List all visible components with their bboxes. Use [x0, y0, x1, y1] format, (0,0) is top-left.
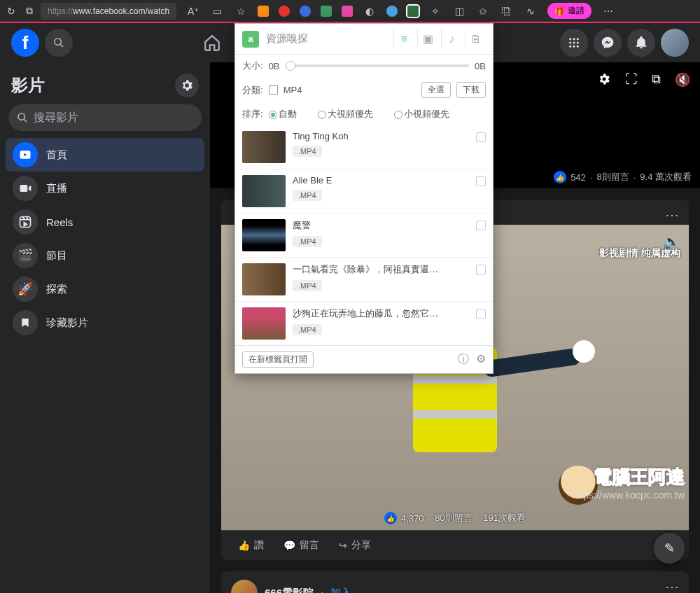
list-item[interactable]: Ting Ting Koh.MP4: [235, 125, 493, 169]
ext-gray-icon[interactable]: ◐: [363, 1, 377, 22]
more-icon[interactable]: ⋯: [601, 1, 615, 22]
video-settings-icon[interactable]: [597, 72, 611, 88]
pip-icon[interactable]: ⧉: [652, 72, 661, 88]
select-all-button[interactable]: 全選: [421, 82, 451, 98]
star-icon[interactable]: ☆: [234, 1, 248, 22]
info-icon[interactable]: ⓘ: [458, 352, 469, 367]
sort-label: 排序:: [242, 108, 263, 120]
list-item[interactable]: 沙狗正在玩弄地上的藤瓜，忽然它察覺....MP4: [235, 302, 493, 345]
ext-red-icon[interactable]: [279, 6, 290, 17]
post-menu-icon[interactable]: ⋯: [665, 207, 679, 223]
sidebar-search[interactable]: 搜尋影片: [8, 104, 202, 131]
svg-point-2: [573, 38, 575, 40]
tab-doc[interactable]: 🗎: [465, 29, 486, 49]
fullscreen-icon[interactable]: ⛶: [625, 72, 638, 88]
collections-icon[interactable]: ⿻: [500, 1, 514, 22]
thumbnail: [242, 219, 286, 251]
svg-point-5: [573, 42, 575, 44]
sidebar-icon[interactable]: ◫: [452, 1, 466, 22]
sort-auto-radio[interactable]: 自動: [269, 108, 297, 120]
thumbnail: [242, 307, 286, 340]
share-button[interactable]: ↪ 分享: [330, 535, 379, 556]
svg-point-3: [577, 38, 579, 40]
url-text: www.facebook.com/watch: [73, 6, 169, 16]
hd-icon[interactable]: ▭: [210, 1, 224, 22]
profile-avatar[interactable]: [661, 29, 689, 57]
item-checkbox[interactable]: [476, 221, 486, 230]
home-icon[interactable]: [203, 34, 221, 52]
compose-fab[interactable]: ✎: [654, 533, 685, 564]
performance-icon[interactable]: ∿: [524, 1, 538, 22]
sidebar-item-home[interactable]: 首頁: [6, 138, 204, 172]
open-new-tab-button[interactable]: 在新標籤頁打開: [242, 351, 314, 368]
post-menu-icon[interactable]: ⋯: [665, 578, 679, 593]
item-checkbox[interactable]: [476, 265, 486, 274]
sidebar-item-label: 首頁: [46, 148, 67, 162]
list-item[interactable]: 一口氣看完《除暴》，阿祖真實還原湖....MP4: [235, 258, 493, 302]
fb-search-button[interactable]: [45, 29, 73, 57]
size-label: 大小:: [242, 60, 263, 72]
item-checkbox[interactable]: [476, 132, 486, 142]
volume-icon[interactable]: 🔇: [675, 72, 690, 88]
sidebar-item-live[interactable]: 直播: [6, 172, 204, 205]
thumbnail: [242, 131, 286, 163]
facebook-logo[interactable]: f: [11, 29, 39, 57]
volume-icon[interactable]: 🔊: [663, 233, 680, 250]
sort-small-radio[interactable]: 小視頻優先: [394, 108, 449, 120]
resource-list: Ting Ting Koh.MP4 Alie Ble E.MP4 魔警.MP4 …: [235, 125, 493, 345]
site-info-icon[interactable]: ⧉: [22, 1, 36, 22]
list-item[interactable]: 魔警.MP4: [235, 214, 493, 258]
ext-logo-icon: a: [242, 31, 259, 48]
ext-green-icon[interactable]: [321, 6, 332, 17]
comment-button[interactable]: 💬 留言: [275, 535, 328, 556]
tab-video[interactable]: ▣: [417, 29, 438, 49]
extensions-icon[interactable]: ✧: [428, 1, 442, 22]
format-badge: .MP4: [293, 324, 322, 335]
tab-all[interactable]: ≡: [393, 29, 414, 49]
item-title: 沙狗正在玩弄地上的藤瓜，忽然它察覺...: [293, 307, 447, 320]
download-button[interactable]: 下載: [456, 82, 486, 98]
video-home-icon: [13, 142, 38, 167]
format-badge: .MP4: [293, 236, 322, 247]
reader-icon[interactable]: A⁺: [186, 1, 200, 22]
favorites-icon[interactable]: ✩: [476, 1, 490, 22]
list-item[interactable]: Alie Ble E.MP4: [235, 169, 493, 214]
ext-lightblue-icon[interactable]: [386, 6, 398, 17]
tab-audio[interactable]: ♪: [441, 29, 462, 49]
like-button[interactable]: 👍 讚: [230, 535, 272, 556]
sidebar-item-label: 珍藏影片: [46, 316, 88, 330]
format-badge: .MP4: [293, 190, 322, 201]
item-checkbox[interactable]: [476, 176, 486, 186]
video-sidebar: 影片 搜尋影片 首頁 直播 Reels 🎬 節目 🚀 探索: [0, 62, 210, 593]
svg-point-7: [569, 46, 571, 48]
page-avatar[interactable]: [231, 580, 258, 593]
menu-grid-icon[interactable]: [560, 29, 588, 57]
messenger-icon[interactable]: [594, 29, 622, 57]
ext-settings-icon[interactable]: ⚙: [476, 352, 486, 367]
sort-big-radio[interactable]: 大視頻優先: [318, 108, 373, 120]
post-stats: 👍 4,370 · 80則留言 · 191次觀看: [384, 512, 526, 524]
bookmark-icon: [13, 310, 38, 335]
mp4-checkbox[interactable]: [269, 85, 278, 95]
ext-pink-icon[interactable]: [342, 6, 353, 17]
sidebar-item-reels[interactable]: Reels: [6, 205, 204, 239]
svg-point-0: [55, 39, 61, 45]
live-icon: [13, 176, 38, 201]
notifications-icon[interactable]: [627, 29, 655, 57]
sidebar-item-explore[interactable]: 🚀 探索: [6, 272, 204, 306]
sidebar-item-shows[interactable]: 🎬 節目: [6, 239, 204, 272]
item-title: 魔警: [293, 219, 447, 232]
sidebar-item-saved[interactable]: 珍藏影片: [6, 306, 204, 340]
size-slider[interactable]: [286, 64, 470, 67]
invite-button[interactable]: 🎁邀請: [547, 3, 592, 19]
reload-icon[interactable]: ↻: [4, 1, 18, 22]
sidebar-item-label: 節目: [46, 249, 67, 263]
ext-downloader-icon[interactable]: [407, 6, 419, 17]
page-name[interactable]: 666電影院: [265, 587, 314, 594]
ext-orange-icon[interactable]: [258, 6, 269, 17]
settings-icon[interactable]: [175, 74, 199, 97]
join-link[interactable]: 加入: [330, 587, 351, 594]
address-bar[interactable]: https://www.facebook.com/watch: [41, 3, 176, 20]
item-checkbox[interactable]: [476, 309, 486, 319]
ext-blue-icon[interactable]: [300, 6, 311, 17]
